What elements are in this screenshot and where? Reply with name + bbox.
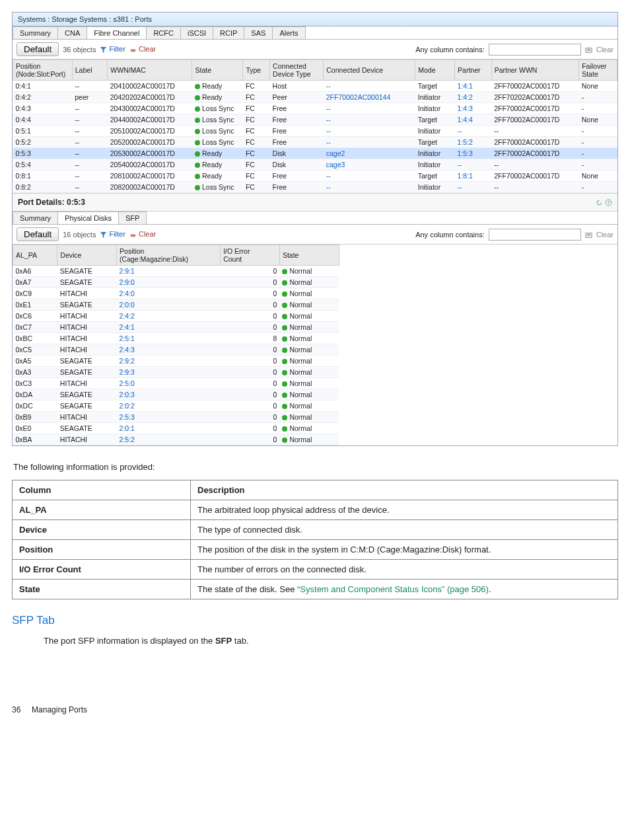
cell: Target	[415, 171, 455, 182]
tab-summary[interactable]: Summary	[13, 26, 58, 39]
cell: 2:5:0	[117, 378, 221, 389]
col-header[interactable]: WWN/MAC	[108, 60, 192, 81]
col-header[interactable]: Partner WWN	[491, 60, 579, 81]
export-button-2[interactable]	[585, 230, 592, 239]
filter-button-2[interactable]: Filter	[100, 230, 125, 239]
clear-search-button[interactable]: Clear	[596, 46, 613, 54]
search-input[interactable]	[489, 44, 581, 56]
cell: 1:4:1	[455, 81, 492, 92]
table-row[interactable]: 0:5:3--20530002AC00017DReadyFCDiskcage2I…	[13, 148, 617, 159]
table-row[interactable]: 0xDCSEAGATE2:0:20Normal	[13, 401, 339, 412]
table-row[interactable]: 0:4:3--20430002AC00017DLoss SyncFCFree--…	[13, 103, 617, 114]
cell: Loss Sync	[192, 103, 243, 114]
default-view-button-2[interactable]: Default	[17, 227, 59, 241]
table-row[interactable]: 0xBAHITACHI2:5:20Normal	[13, 434, 339, 445]
desc-definition: The state of the disk. See “System and C…	[191, 580, 618, 599]
col-header[interactable]: State	[279, 245, 339, 266]
table-row[interactable]: 0xC6HITACHI2:4:20Normal	[13, 311, 339, 322]
table-row[interactable]: 0:5:4--20540002AC00017DReadyFCDiskcage3I…	[13, 159, 617, 171]
table-row[interactable]: 0:4:1--20410002AC00017DReadyFCHost--Targ…	[13, 81, 617, 92]
col-header[interactable]: Connected Device	[324, 60, 415, 81]
tab-alerts[interactable]: Alerts	[272, 26, 305, 39]
table-row[interactable]: 0xDASEAGATE2:0:30Normal	[13, 389, 339, 401]
col-header[interactable]: State	[192, 60, 243, 81]
table-row[interactable]: 0:5:1--20510002AC00017DLoss SyncFCFree--…	[13, 126, 617, 137]
cell: --	[72, 114, 107, 126]
col-header[interactable]: FailoverState	[579, 60, 617, 81]
col-header[interactable]: Label	[72, 60, 107, 81]
table-row[interactable]: 0xBCHITACHI2:5:18Normal	[13, 333, 339, 344]
tab-rcip[interactable]: RCIP	[213, 26, 244, 39]
table-row[interactable]: 0xC3HITACHI2:5:00Normal	[13, 378, 339, 389]
col-header[interactable]: Position(Node:Slot:Port)	[13, 60, 73, 81]
col-header[interactable]: ConnectedDevice Type	[270, 60, 324, 81]
table-row[interactable]: 0xC5HITACHI2:4:30Normal	[13, 344, 339, 356]
export-button[interactable]	[585, 45, 592, 54]
desc-term: AL_PA	[13, 500, 191, 520]
table-row[interactable]: 0:8:2--20820002AC00017DLoss SyncFCFree--…	[13, 182, 617, 193]
cell: SEAGATE	[57, 356, 117, 367]
table-row[interactable]: 0xA7SEAGATE2:9:00Normal	[13, 277, 339, 288]
cell: 0	[221, 378, 280, 389]
cell: 0	[221, 322, 280, 333]
table-row[interactable]: 0:5:2--20520002AC00017DLoss SyncFCFree--…	[13, 137, 617, 148]
detail-tab-physical-disks[interactable]: Physical Disks	[57, 211, 119, 224]
table-row[interactable]: 0xA3SEAGATE2:9:30Normal	[13, 367, 339, 378]
object-count: 36 objects	[63, 46, 96, 54]
cell: Initiator	[415, 92, 455, 103]
table-row[interactable]: 0xC7HITACHI2:4:10Normal	[13, 322, 339, 333]
table-row[interactable]: 0xE1SEAGATE2:0:00Normal	[13, 299, 339, 311]
tab-sas[interactable]: SAS	[244, 26, 273, 39]
table-row[interactable]: 0:8:1--20810002AC00017DReadyFCFree--Targ…	[13, 171, 617, 182]
lower-toolbar: Default 16 objects Filter Clear Any colu…	[13, 225, 617, 245]
search-label-2: Any column contains:	[415, 231, 485, 239]
clear-filter-button-2[interactable]: Clear	[129, 230, 156, 239]
table-row[interactable]: 0xA5SEAGATE2:9:20Normal	[13, 356, 339, 367]
cell: 0xDC	[13, 401, 57, 412]
clear-filter-button[interactable]: Clear	[129, 45, 156, 54]
cell: SEAGATE	[57, 401, 117, 412]
col-header[interactable]: AL_PA	[13, 245, 57, 266]
help-button[interactable]: ?	[605, 198, 612, 207]
col-header[interactable]: Type	[243, 60, 270, 81]
cell: -	[579, 148, 617, 159]
cell: -	[579, 126, 617, 137]
cell: Normal	[279, 367, 339, 378]
refresh-button[interactable]	[596, 198, 603, 207]
table-row[interactable]: 0xC9HITACHI2:4:00Normal	[13, 288, 339, 299]
default-view-button[interactable]: Default	[17, 42, 59, 56]
search-input-2[interactable]	[489, 229, 581, 241]
cell: 0:5:2	[13, 137, 73, 148]
cell: Initiator	[415, 182, 455, 193]
cell: --	[491, 126, 579, 137]
lower-tabs: SummaryPhysical DisksSFP	[13, 211, 617, 225]
col-header[interactable]: Device	[57, 245, 117, 266]
tab-rcfc[interactable]: RCFC	[146, 26, 181, 39]
col-header[interactable]: I/O ErrorCount	[221, 245, 280, 266]
clear-search-button-2[interactable]: Clear	[596, 231, 613, 239]
cell: 0	[221, 288, 280, 299]
col-header[interactable]: Partner	[455, 60, 492, 81]
cell: None	[579, 114, 617, 126]
table-row[interactable]: 0xA6SEAGATE2:9:10Normal	[13, 266, 339, 277]
cell: 1:4:2	[455, 92, 492, 103]
tab-fibre-channel[interactable]: Fibre Channel	[87, 26, 147, 39]
col-header[interactable]: Position(Cage:Magazine:Disk)	[117, 245, 221, 266]
table-row[interactable]: 0:4:4--20440002AC00017DLoss SyncFCFree--…	[13, 114, 617, 126]
table-row[interactable]: 0xB9HITACHI2:5:30Normal	[13, 412, 339, 423]
cell: 0xE0	[13, 423, 57, 434]
cell: 0xC7	[13, 322, 57, 333]
cell: FC	[243, 114, 270, 126]
tab-iscsi[interactable]: iSCSI	[180, 26, 213, 39]
col-header[interactable]: Mode	[415, 60, 455, 81]
table-row[interactable]: 0:4:2peer20420202AC00017DReadyFCPeer2FF7…	[13, 92, 617, 103]
cell: Loss Sync	[192, 114, 243, 126]
cell: -	[579, 159, 617, 171]
detail-tab-summary[interactable]: Summary	[13, 211, 58, 224]
tab-cna[interactable]: CNA	[57, 26, 87, 39]
filter-button[interactable]: Filter	[100, 45, 125, 54]
cell: FC	[243, 148, 270, 159]
cell: 0	[221, 299, 280, 311]
table-row[interactable]: 0xE0SEAGATE2:0:10Normal	[13, 423, 339, 434]
detail-tab-sfp[interactable]: SFP	[118, 211, 147, 224]
